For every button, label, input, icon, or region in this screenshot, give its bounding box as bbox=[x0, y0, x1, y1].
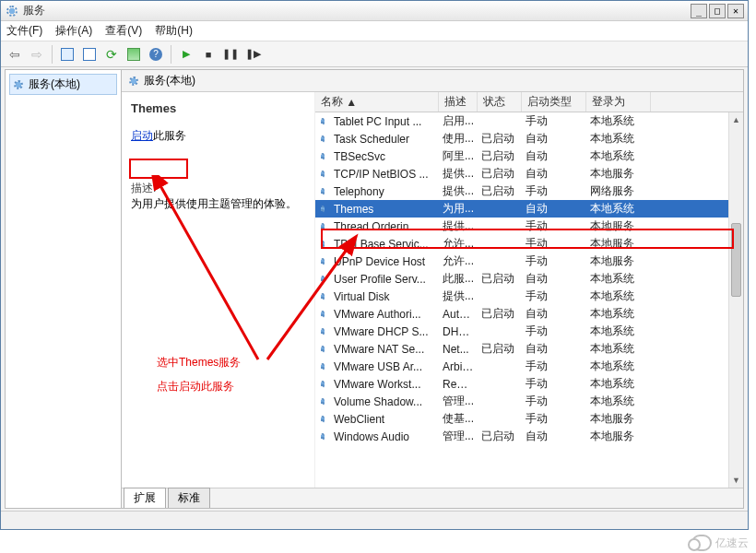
cell-startup: 自动 bbox=[522, 306, 586, 322]
vertical-scrollbar[interactable]: ▲ ▼ bbox=[728, 112, 743, 488]
watermark-icon bbox=[691, 535, 712, 551]
service-row[interactable]: UPnP Device Host允许...手动本地服务 bbox=[315, 253, 743, 270]
service-row[interactable]: Task Scheduler使用...已启动自动本地系统 bbox=[315, 130, 743, 147]
col-state[interactable]: 状态 bbox=[478, 92, 522, 112]
cell-startup: 手动 bbox=[522, 218, 586, 234]
help-button[interactable]: ? bbox=[146, 44, 166, 65]
tree-root-item[interactable]: 服务(本地) bbox=[9, 74, 117, 95]
service-row[interactable]: VMware Workst...Rem...手动本地系统 bbox=[315, 375, 743, 393]
pause-service-button[interactable]: ❚❚ bbox=[220, 44, 241, 65]
start-service-link[interactable]: 启动 bbox=[131, 129, 153, 142]
gear-icon bbox=[319, 344, 326, 355]
col-startup[interactable]: 启动类型 bbox=[522, 92, 586, 112]
gear-icon bbox=[319, 256, 326, 267]
cell-state: 已启动 bbox=[478, 183, 522, 199]
service-row[interactable]: TBSecSvc阿里...已启动自动本地系统 bbox=[315, 147, 743, 165]
cell-startup: 手动 bbox=[522, 253, 586, 269]
cell-logon: 本地系统 bbox=[586, 113, 651, 129]
properties-button[interactable] bbox=[79, 44, 100, 65]
cell-logon: 本地服务 bbox=[586, 429, 651, 444]
cell-startup: 自动 bbox=[522, 148, 586, 164]
service-row[interactable]: WebClient使基...手动本地服务 bbox=[315, 410, 743, 428]
gear-icon bbox=[319, 361, 326, 372]
start-service-button[interactable]: ▶ bbox=[176, 44, 196, 65]
restart-service-button[interactable]: ❚▶ bbox=[242, 44, 263, 65]
cell-logon: 网络服务 bbox=[586, 183, 651, 199]
cell-startup: 手动 bbox=[522, 288, 586, 304]
col-desc[interactable]: 描述 bbox=[439, 92, 478, 112]
cell-logon: 本地服务 bbox=[586, 218, 651, 234]
cell-name: VMware DHCP S... bbox=[330, 325, 439, 338]
service-row[interactable]: Telephony提供...已启动手动网络服务 bbox=[315, 182, 743, 200]
toolbar: ⇦ ⇨ ⟳ ? ▶ ■ ❚❚ ❚▶ bbox=[1, 41, 748, 67]
cell-startup: 手动 bbox=[522, 411, 586, 427]
menu-file[interactable]: 文件(F) bbox=[6, 23, 42, 39]
nav-forward-button[interactable]: ⇨ bbox=[27, 44, 47, 65]
gear-icon bbox=[319, 379, 326, 390]
menu-action[interactable]: 操作(A) bbox=[55, 23, 92, 39]
col-logon[interactable]: 登录为 bbox=[586, 92, 651, 112]
service-row[interactable]: VMware NAT Se...Net...已启动自动本地系统 bbox=[315, 340, 743, 358]
annotation-text: 选中Themes服务 点击启动此服务 bbox=[157, 350, 241, 398]
list-body[interactable]: ▲ ▼ Tablet PC Input ...启用...手动本地系统Task S… bbox=[315, 112, 743, 488]
menu-help[interactable]: 帮助(H) bbox=[155, 23, 193, 39]
stop-service-button[interactable]: ■ bbox=[198, 44, 219, 65]
gear-icon bbox=[319, 309, 326, 320]
service-row[interactable]: Thread Orderin...提供...手动本地服务 bbox=[315, 218, 743, 235]
gear-icon bbox=[319, 116, 326, 127]
cell-logon: 本地系统 bbox=[586, 131, 651, 147]
list-pane: 名称 ▲ 描述 状态 启动类型 登录为 ▲ ▼ Tablet PC Input … bbox=[315, 92, 743, 488]
service-row[interactable]: Windows Audio管理...已启动自动本地服务 bbox=[315, 428, 743, 445]
cell-desc: 使用... bbox=[439, 131, 478, 147]
maximize-button[interactable]: □ bbox=[709, 4, 726, 18]
service-row[interactable]: TPM Base Servic...允许...手动本地服务 bbox=[315, 235, 743, 253]
cell-name: Task Scheduler bbox=[330, 133, 439, 146]
cell-desc: Auth... bbox=[439, 308, 478, 321]
scroll-down-icon[interactable]: ▼ bbox=[729, 473, 743, 488]
cell-name: TBSecSvc bbox=[330, 150, 439, 163]
tab-extended[interactable]: 扩展 bbox=[124, 488, 166, 508]
nav-back-button[interactable]: ⇦ bbox=[5, 44, 25, 65]
description-text: 为用户提供使用主题管理的体验。 bbox=[131, 196, 305, 212]
cell-startup: 自动 bbox=[522, 131, 586, 147]
cell-desc: Rem... bbox=[439, 378, 478, 391]
cell-desc: Net... bbox=[439, 343, 478, 356]
cell-desc: DHC... bbox=[439, 325, 478, 338]
cell-startup: 自动 bbox=[522, 341, 586, 357]
tab-standard[interactable]: 标准 bbox=[168, 488, 210, 508]
service-row[interactable]: Virtual Disk提供...手动本地系统 bbox=[315, 288, 743, 305]
service-row[interactable]: Volume Shadow...管理...手动本地系统 bbox=[315, 393, 743, 410]
cell-desc: 提供... bbox=[439, 218, 478, 234]
cell-state: 已启动 bbox=[478, 341, 522, 357]
cell-desc: 提供... bbox=[439, 183, 478, 199]
cell-logon: 本地服务 bbox=[586, 253, 651, 269]
service-row[interactable]: Themes为用...自动本地系统 bbox=[315, 200, 743, 218]
menu-view[interactable]: 查看(V) bbox=[105, 23, 142, 39]
scroll-up-icon[interactable]: ▲ bbox=[729, 112, 743, 127]
cell-desc: 提供... bbox=[439, 288, 478, 304]
show-hide-tree-button[interactable] bbox=[57, 44, 77, 65]
service-row[interactable]: VMware DHCP S...DHC...手动本地系统 bbox=[315, 323, 743, 340]
cell-name: UPnP Device Host bbox=[330, 255, 439, 268]
cell-desc: 允许... bbox=[439, 236, 478, 252]
cell-state: 已启动 bbox=[478, 429, 522, 444]
minimize-button[interactable]: _ bbox=[691, 4, 707, 18]
gear-icon bbox=[319, 291, 326, 302]
service-row[interactable]: TCP/IP NetBIOS ...提供...已启动自动本地服务 bbox=[315, 165, 743, 182]
selected-service-name: Themes bbox=[131, 101, 305, 115]
scroll-thumb[interactable] bbox=[731, 223, 741, 297]
export-button[interactable] bbox=[124, 44, 144, 65]
col-name[interactable]: 名称 ▲ bbox=[315, 92, 439, 112]
refresh-button[interactable]: ⟳ bbox=[101, 44, 122, 65]
service-row[interactable]: Tablet PC Input ...启用...手动本地系统 bbox=[315, 112, 743, 130]
cell-logon: 本地系统 bbox=[586, 341, 651, 357]
cell-startup: 手动 bbox=[522, 359, 586, 374]
cell-startup: 自动 bbox=[522, 271, 586, 287]
service-row[interactable]: VMware USB Ar...Arbit...手动本地系统 bbox=[315, 358, 743, 375]
service-row[interactable]: User Profile Serv...此服...已启动自动本地系统 bbox=[315, 270, 743, 288]
cell-state: 已启动 bbox=[478, 148, 522, 164]
close-button[interactable]: ✕ bbox=[727, 4, 744, 18]
cell-name: Thread Orderin... bbox=[330, 220, 439, 233]
titlebar[interactable]: 服务 _ □ ✕ bbox=[1, 1, 748, 21]
service-row[interactable]: VMware Authori...Auth...已启动自动本地系统 bbox=[315, 305, 743, 323]
